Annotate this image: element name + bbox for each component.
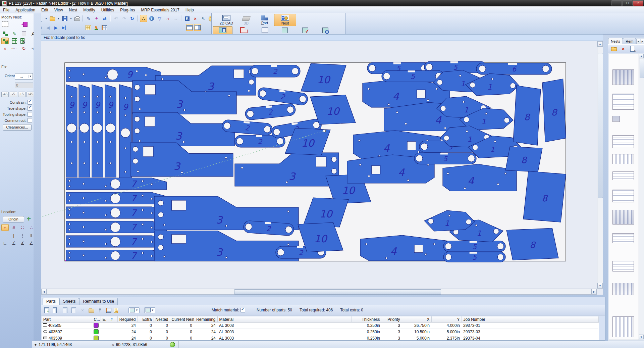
rotate-part-icon[interactable]: ↻ (20, 45, 28, 52)
parts-tab-sheets[interactable]: Sheets (59, 298, 79, 305)
save-file-dropdown-icon[interactable]: ▾ (69, 15, 73, 22)
context-help-icon[interactable]: ↖ (200, 15, 207, 22)
column-header-e[interactable]: E. (101, 316, 109, 322)
column-header-thickness[interactable]: Thickness (352, 316, 382, 322)
parts-tab-remnants-to-use[interactable]: Remnants to Use (79, 298, 118, 305)
vscroll-thumb[interactable] (598, 53, 603, 198)
snap-horizontal-icon[interactable]: — (1, 232, 9, 239)
angle-plus5-button[interactable]: +5 (18, 92, 25, 97)
delete-part-icon[interactable]: × (1, 45, 9, 52)
array-copy-icon[interactable] (11, 38, 18, 44)
nest-part-5[interactable]: 5 (414, 153, 476, 164)
match-material-checkbox[interactable] (240, 308, 245, 312)
open-nest-icon[interactable] (610, 45, 618, 52)
column-header-remaining[interactable]: Remaining (194, 316, 217, 322)
nest-thumbnail-8[interactable] (612, 210, 634, 225)
tooling-shape-checkbox[interactable] (28, 112, 32, 117)
sequence-parts-icon[interactable]: oo→ (11, 45, 18, 52)
menu-item-edit[interactable]: Edit (38, 7, 51, 13)
table-row[interactable]: 4035052400024AL 30030.250in326.750in4.00… (42, 322, 598, 329)
column-header-fill[interactable] (512, 316, 598, 322)
nest-summary-icon[interactable] (85, 24, 92, 31)
3d-button[interactable]: 3D (238, 14, 254, 26)
column-header-extra[interactable]: Extra (138, 316, 154, 322)
nest-thumbnail-3[interactable] (612, 116, 620, 122)
column-header-x[interactable]: X (402, 316, 431, 322)
open-file-icon[interactable] (49, 15, 56, 22)
angle-minus45-button[interactable]: -45 (1, 92, 9, 97)
part-button[interactable]: Part (256, 14, 273, 26)
nest-part-5[interactable]: 5 (443, 252, 505, 262)
undo-icon[interactable]: ↶ (112, 15, 120, 22)
nest-canvas[interactable]: 9999997777773333333222222221010101010104… (41, 41, 603, 295)
nest-button[interactable]: Nest (274, 14, 296, 26)
column-header-current_nest[interactable]: Current Nest (170, 316, 194, 322)
nests-tab-rem[interactable]: Rem (623, 38, 636, 44)
menu-item-nest[interactable]: Nest (66, 7, 80, 13)
nest-part-4[interactable]: 4 (360, 235, 447, 261)
common-cut-checkbox[interactable] (28, 118, 32, 123)
parts-tab-parts[interactable]: Parts (43, 298, 59, 305)
go-last-icon[interactable]: ▶ (60, 24, 68, 31)
nest-thumbnail-4[interactable] (612, 135, 634, 148)
import-part-icon[interactable]: → (53, 306, 60, 314)
nest-thumbnail-10[interactable] (612, 261, 634, 271)
canvas-vscrollbar[interactable]: ▲ ▼ (597, 41, 603, 289)
nest-thumbnail-9[interactable] (612, 233, 634, 243)
column-header-part[interactable]: Part (42, 316, 92, 322)
nest-thumbnail-2[interactable] (612, 94, 634, 110)
menu-item-view[interactable]: View (51, 7, 66, 13)
column-header-material[interactable]: Material (217, 316, 352, 322)
scroll-right-icon[interactable]: ▶ (591, 289, 597, 294)
fill-area-icon[interactable]: ✎ (20, 38, 28, 44)
menu-item-modify[interactable]: Modify (80, 7, 98, 13)
filter-icon[interactable]: ▽ (156, 15, 163, 22)
save-file-icon[interactable] (61, 15, 68, 22)
export-nest-icon[interactable] (629, 45, 636, 52)
tab-scroll-left-icon[interactable]: ◀ (636, 39, 640, 44)
column-header-color[interactable]: C... (92, 316, 101, 322)
redo-icon[interactable]: ↷ (120, 15, 128, 22)
swap-views-icon[interactable]: ⇄ (101, 15, 108, 22)
k-options-icon[interactable]: K (183, 15, 191, 22)
scroll-left-icon[interactable]: ◀ (41, 289, 47, 294)
true-shape-checkbox[interactable] (28, 106, 32, 111)
scroll-down-icon[interactable]: ▼ (597, 283, 603, 288)
delete-part-row-icon[interactable]: × (79, 306, 86, 314)
go-previous-icon[interactable]: ◀ (44, 24, 52, 31)
menu-item-utilities[interactable]: Utilities (98, 7, 117, 13)
jump-origin-icon[interactable]: ✛ (27, 216, 31, 221)
menu-item-application[interactable]: Application (12, 7, 38, 13)
nest-thumbnail-list[interactable] (609, 54, 639, 340)
nest-part-5[interactable]: 5 (382, 70, 444, 82)
show-nodes-icon[interactable]: ∴ (140, 15, 147, 22)
nest-part-7[interactable]: 7 (66, 250, 167, 261)
nest-part-8[interactable]: 8 (513, 86, 541, 145)
nest-thumbnail-7[interactable] (612, 190, 634, 202)
marquee-select-icon[interactable] (1, 21, 9, 28)
menu-item-plug-ins[interactable]: Plug-Ins (117, 7, 138, 13)
exit-panel-icon[interactable] (21, 21, 29, 28)
snap-magnet-icon[interactable]: ∩ (1, 224, 9, 231)
open-file-dropdown-icon[interactable]: ▾ (57, 15, 60, 22)
table-row[interactable]: 4035092400024AL 30030.250in35.000in2.375… (42, 335, 598, 341)
split-vertical-icon[interactable] (194, 24, 201, 31)
axes-icon[interactable]: ∟ (1, 240, 9, 246)
copy-part-icon[interactable] (70, 306, 77, 314)
info-icon[interactable]: i (148, 15, 155, 22)
tab-scroll-right-icon[interactable]: ▶ (641, 39, 644, 44)
detail-view-button[interactable]: ▼ (144, 307, 155, 313)
maximize-button[interactable]: ▢ (622, 0, 633, 6)
angle-direction-icon[interactable]: ∡ (19, 240, 26, 246)
column-header-y[interactable]: Y (431, 316, 462, 322)
nests-tab-nests[interactable]: Nests (608, 38, 623, 44)
refresh-icon[interactable]: ↻ (128, 15, 136, 22)
column-header-required[interactable]: Required (117, 316, 138, 322)
new-file-dropdown-icon[interactable]: ▾ (44, 15, 48, 22)
nest-thumbnail-6[interactable] (612, 171, 634, 180)
table-refresh-icon[interactable]: ↯ (114, 306, 121, 314)
snap-mid-horizontal-icon[interactable]: ¦ (19, 232, 26, 239)
nest-part-9[interactable]: 9 (66, 85, 77, 177)
minimize-button[interactable]: — (611, 0, 622, 6)
add-part-icon[interactable]: + (44, 306, 51, 314)
